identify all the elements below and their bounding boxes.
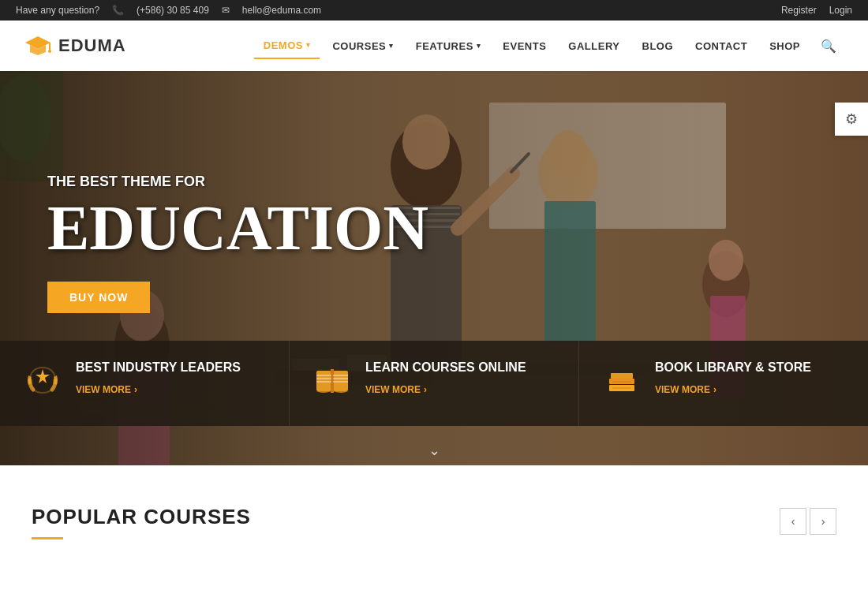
email-icon: ✉ [222,5,230,16]
arrow-icon: › [134,384,137,395]
svg-marker-0 [25,36,51,49]
logo[interactable]: EDUMA [24,32,126,60]
register-link[interactable]: Register [781,5,817,16]
hero-content: THE BEST THEME FOR EDUCATION BUY NOW [47,174,428,313]
top-bar: Have any question? 📞 (+586) 30 85 409 ✉ … [0,0,868,21]
library-icon [603,361,641,407]
feature-library: BOOK LIBRARY & STORE VIEW MORE › [579,341,868,426]
svg-rect-34 [333,371,348,391]
hero-subtitle: THE BEST THEME FOR [47,174,428,190]
nav-item-features[interactable]: FEATURES ▾ [406,34,491,58]
settings-gear-button[interactable]: ⚙ [835,103,868,136]
feature-library-text: BOOK LIBRARY & STORE VIEW MORE › [655,360,811,395]
courses-icon [313,361,351,407]
hero-title: EDUCATION [47,196,428,259]
popular-courses-title: POPULAR COURSES [32,505,251,529]
nav-item-contact[interactable]: CONTACT [686,34,757,58]
top-bar-contact: Have any question? 📞 (+586) 30 85 409 ✉ … [16,5,321,16]
header: EDUMA DEMOS ▾ COURSES ▾ FEATURES ▾ EVENT… [0,21,868,71]
courses-arrow: ▾ [389,42,394,50]
nav-item-demos[interactable]: DEMOS ▾ [254,33,320,59]
hero-section: ⚙ THE BEST THEME FOR EDUCATION BUY NOW [0,71,868,465]
feature-industry-title: BEST INDUSTRY LEADERS [76,360,241,376]
main-nav: DEMOS ▾ COURSES ▾ FEATURES ▾ EVENTS GALL… [254,33,844,59]
popular-title-block: POPULAR COURSES [32,505,251,539]
svg-rect-35 [331,369,334,393]
phone-link[interactable]: (+586) 30 85 409 [137,5,209,16]
logo-icon [24,32,52,60]
login-link[interactable]: Login [829,5,852,16]
nav-item-courses[interactable]: COURSES ▾ [323,34,402,58]
feature-courses: LEARN COURSES ONLINE VIEW MORE › [290,341,579,426]
feature-industry: BEST INDUSTRY LEADERS VIEW MORE › [0,341,290,426]
search-button[interactable]: 🔍 [813,34,844,58]
top-bar-auth: Register Login [781,5,852,16]
feature-industry-link[interactable]: VIEW MORE › [76,384,241,395]
logo-text: EDUMA [58,35,126,56]
arrow-icon-2: › [424,384,427,395]
demos-arrow: ▾ [306,41,311,49]
popular-prev-button[interactable]: ‹ [780,508,806,535]
question-text: Have any question? [16,5,99,16]
arrow-icon-3: › [713,384,716,395]
title-underline [32,537,63,539]
feature-library-title: BOOK LIBRARY & STORE [655,360,811,376]
feature-strip: BEST INDUSTRY LEADERS VIEW MORE › [0,341,868,426]
feature-courses-link[interactable]: VIEW MORE › [365,384,526,395]
feature-library-link[interactable]: VIEW MORE › [655,384,811,395]
feature-courses-text: LEARN COURSES ONLINE VIEW MORE › [365,360,526,395]
svg-rect-33 [316,371,331,391]
feature-courses-title: LEARN COURSES ONLINE [365,360,526,376]
svg-rect-2 [49,43,51,50]
scroll-down-button[interactable]: ⌄ [428,442,440,459]
phone-icon: 📞 [112,5,124,16]
email-link[interactable]: hello@eduma.com [242,5,321,16]
svg-rect-44 [611,373,633,379]
industry-icon [24,361,62,407]
popular-header: POPULAR COURSES ‹ › [32,505,836,539]
features-arrow: ▾ [477,42,481,50]
popular-courses-section: POPULAR COURSES ‹ › [0,465,868,563]
svg-marker-32 [36,369,50,383]
feature-industry-text: BEST INDUSTRY LEADERS VIEW MORE › [76,360,241,395]
popular-nav: ‹ › [780,508,836,535]
nav-item-gallery[interactable]: GALLERY [559,34,629,58]
svg-point-3 [48,50,51,53]
nav-item-shop[interactable]: SHOP [760,34,810,58]
buy-now-button[interactable]: BUY NOW [47,282,150,313]
popular-next-button[interactable]: › [810,508,836,535]
nav-item-blog[interactable]: BLOG [633,34,683,58]
nav-item-events[interactable]: EVENTS [493,34,556,58]
